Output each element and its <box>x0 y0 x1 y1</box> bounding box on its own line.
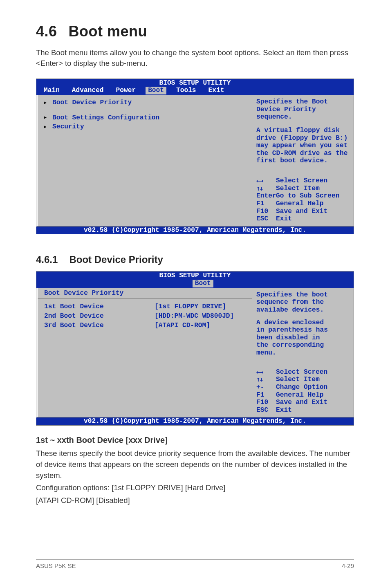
help-text: A virtual floppy disk <box>256 127 350 135</box>
tab-main[interactable]: Main <box>41 87 62 94</box>
configuration-options-line1: Configuration options: [1st FLOPPY DRIVE… <box>36 483 354 494</box>
nav-label: Select Item <box>276 376 320 384</box>
submenu-arrow-icon: ▶ <box>44 125 48 130</box>
tab-power[interactable]: Power <box>114 87 139 94</box>
nav-label: General Help <box>276 391 324 399</box>
nav-label: Change Option <box>276 384 327 391</box>
nav-key: ESC <box>256 215 276 223</box>
tab-boot[interactable]: Boot <box>146 87 166 94</box>
nav-key: ←→ <box>256 177 276 185</box>
setting-item-title: 1st ~ xxth Boot Device [xxx Drive] <box>36 435 354 445</box>
help-text: Specifies the boot <box>256 291 350 299</box>
bios-help-pane: Specifies the Boot Device Priority seque… <box>252 95 354 227</box>
nav-key: ESC <box>256 406 276 414</box>
menu-item-boot-settings-configuration[interactable]: ▶ Boot Settings Configuration <box>44 114 247 122</box>
nav-key: F1 <box>256 200 276 208</box>
tab-tools[interactable]: Tools <box>174 87 199 94</box>
section-number: 4.6 <box>36 23 57 40</box>
pane-heading: Boot Device Priority <box>38 288 252 299</box>
help-text: sequence. <box>256 113 350 121</box>
help-text: the CD-ROM drive as the <box>256 150 350 157</box>
bios-boot-device-priority-screenshot: BIOS SETUP UTILITY Main Advanced Power B… <box>36 271 354 426</box>
help-text: Device Priority <box>256 106 350 114</box>
nav-label: Select Screen <box>276 368 327 376</box>
tab-exit[interactable]: Exit <box>206 87 227 94</box>
help-text: menu. <box>256 349 350 357</box>
help-text: been disabled in <box>256 334 350 342</box>
footer-page-number: 4-29 <box>342 562 354 569</box>
tab-boot[interactable]: Boot <box>193 280 213 287</box>
section-title-text: Boot menu <box>69 23 147 40</box>
nav-key: ↑↓ <box>256 376 276 384</box>
bios-tab-bar: Main Advanced Power Boot Tools Exit <box>36 87 354 95</box>
boot-device-row-2[interactable]: 2nd Boot Device [HDD:PM-WDC WD800JD] <box>44 312 247 320</box>
bios-left-pane: ▶ Boot Device Priority ▶ Boot Settings C… <box>36 95 252 227</box>
menu-item-label: Boot Settings Configuration <box>52 114 159 122</box>
bios-left-pane: Boot Device Priority 1st Boot Device [1s… <box>36 288 252 418</box>
help-text: Specifies the Boot <box>256 98 350 106</box>
setting-item-description: These items specify the boot device prio… <box>36 448 354 481</box>
menu-item-label: Security <box>52 123 84 131</box>
nav-label: Exit <box>276 215 292 223</box>
bios-copyright-footer: v02.58 (C)Copyright 1985-2007, American … <box>36 417 354 425</box>
subsection-heading: 4.6.1Boot Device Priority <box>36 254 354 265</box>
section-heading: 4.6Boot menu <box>36 23 354 40</box>
bios-help-pane: Specifies the boot sequence from the ava… <box>252 288 354 418</box>
boot-device-label: 1st Boot Device <box>44 303 150 311</box>
help-text: sequence from the <box>256 298 350 306</box>
help-text: in parenthesis has <box>256 326 350 334</box>
boot-device-value: [ATAPI CD-ROM] <box>155 322 210 330</box>
subsection-number: 4.6.1 <box>36 254 58 265</box>
menu-item-boot-device-priority[interactable]: ▶ Boot Device Priority <box>44 99 247 107</box>
bios-title-bar: BIOS SETUP UTILITY <box>36 79 354 87</box>
nav-key: Enter <box>256 192 276 200</box>
boot-device-value: [HDD:PM-WDC WD800JD] <box>155 312 234 320</box>
nav-key: F1 <box>256 391 276 399</box>
bios-boot-menu-screenshot: BIOS SETUP UTILITY Main Advanced Power B… <box>36 79 354 235</box>
nav-key: ←→ <box>256 368 276 376</box>
help-text: availabe devices. <box>256 306 350 314</box>
footer-product-name: ASUS P5K SE <box>36 562 76 569</box>
nav-key: F10 <box>256 399 276 406</box>
boot-device-row-1[interactable]: 1st Boot Device [1st FLOPPY DRIVE] <box>44 303 247 311</box>
submenu-arrow-icon: ▶ <box>44 115 48 120</box>
nav-label: Select Item <box>276 185 320 193</box>
menu-item-security[interactable]: ▶ Security <box>44 123 247 131</box>
configuration-options-line2: [ATAPI CD-ROM] [Disabled] <box>36 495 354 506</box>
boot-device-label: 2nd Boot Device <box>44 312 150 320</box>
help-text: first boot device. <box>256 157 350 165</box>
nav-label: General Help <box>276 200 324 208</box>
boot-device-row-3[interactable]: 3rd Boot Device [ATAPI CD-ROM] <box>44 322 247 330</box>
intro-paragraph: The Boot menu items allow you to change … <box>36 47 354 69</box>
subsection-title-text: Boot Device Priority <box>69 254 163 265</box>
help-text: A device enclosed <box>256 319 350 327</box>
nav-label: Select Screen <box>276 177 327 185</box>
tab-advanced[interactable]: Advanced <box>69 87 106 94</box>
help-text: the corresponding <box>256 341 350 349</box>
nav-label: Exit <box>276 406 292 414</box>
page-footer: ASUS P5K SE 4-29 <box>36 559 354 569</box>
nav-key: ↑↓ <box>256 185 276 193</box>
nav-label: Go to Sub Screen <box>276 192 339 200</box>
bios-copyright-footer: v02.58 (C)Copyright 1985-2007, American … <box>36 227 354 234</box>
nav-key: +- <box>256 384 276 391</box>
help-text: may appear when you set <box>256 142 350 150</box>
help-text: drive (Floppy Drive B:) <box>256 135 350 142</box>
bios-title-bar: BIOS SETUP UTILITY <box>36 272 354 280</box>
bios-tab-bar: Main Advanced Power Boot <box>36 280 354 288</box>
nav-key: F10 <box>256 208 276 215</box>
boot-device-value: [1st FLOPPY DRIVE] <box>155 303 226 311</box>
boot-device-label: 3rd Boot Device <box>44 322 150 330</box>
nav-label: Save and Exit <box>276 399 327 406</box>
submenu-arrow-icon: ▶ <box>44 101 48 105</box>
menu-item-label: Boot Device Priority <box>52 99 132 107</box>
nav-label: Save and Exit <box>276 208 327 215</box>
